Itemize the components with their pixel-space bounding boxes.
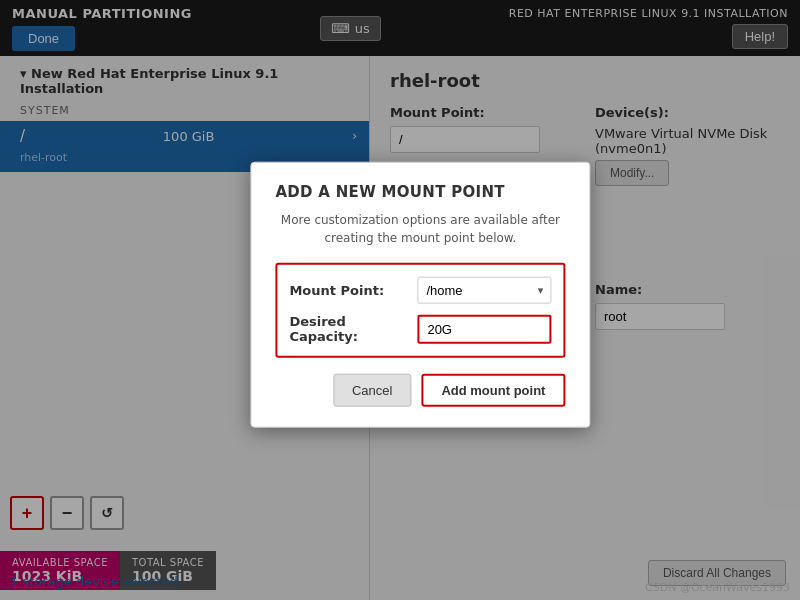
dialog-capacity-input[interactable]	[417, 314, 551, 343]
dialog-mount-point-select[interactable]: /home /boot /boot/efi swap /tmp /var /us…	[417, 277, 551, 304]
dialog-title: ADD A NEW MOUNT POINT	[275, 183, 565, 201]
main-content: ▾ New Red Hat Enterprise Linux 9.1 Insta…	[0, 56, 800, 600]
capacity-row: Desired Capacity:	[289, 314, 551, 344]
dialog-capacity-label: Desired Capacity:	[289, 314, 409, 344]
dialog-capacity-wrap	[417, 314, 551, 343]
mount-point-row: Mount Point: /home /boot /boot/efi swap …	[289, 277, 551, 304]
add-mount-point-button[interactable]: Add mount point	[421, 374, 565, 407]
dialog-mount-point-label: Mount Point:	[289, 283, 409, 298]
add-mount-point-dialog: ADD A NEW MOUNT POINT More customization…	[250, 162, 590, 428]
dialog-buttons: Cancel Add mount point	[275, 374, 565, 407]
cancel-button[interactable]: Cancel	[333, 374, 411, 407]
dialog-mount-point-wrap: /home /boot /boot/efi swap /tmp /var /us…	[417, 277, 551, 304]
dialog-form: Mount Point: /home /boot /boot/efi swap …	[275, 263, 565, 358]
dialog-description: More customization options are available…	[275, 211, 565, 247]
